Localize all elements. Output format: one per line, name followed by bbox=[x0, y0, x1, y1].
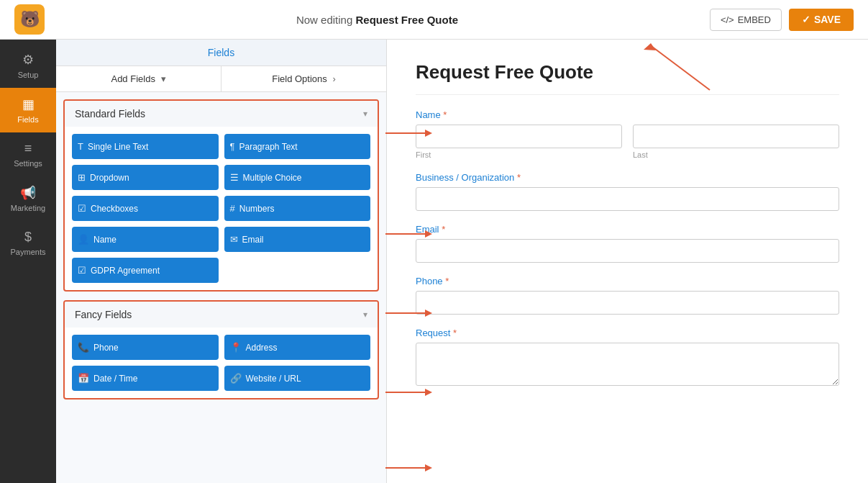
sidebar-item-payments[interactable]: $ Payments bbox=[0, 221, 56, 265]
fancy-chevron-icon: ▾ bbox=[363, 310, 367, 320]
form-field-phone: Phone * bbox=[416, 276, 839, 315]
fancy-fields-section: Fancy Fields ▾ 📞 Phone 📍 Address bbox=[63, 300, 379, 400]
form-field-email: Email * bbox=[416, 224, 839, 263]
website-icon: 🔗 bbox=[230, 373, 242, 384]
multiple-choice-icon: ☰ bbox=[230, 172, 239, 183]
field-btn-name[interactable]: 👤 Name bbox=[72, 227, 219, 252]
first-name-wrap: First bbox=[416, 125, 622, 159]
phone-icon: 📞 bbox=[78, 342, 89, 353]
logo-area: 🐻 bbox=[14, 4, 45, 35]
field-btn-address[interactable]: 📍 Address bbox=[224, 335, 371, 360]
name-icon: 👤 bbox=[78, 234, 89, 245]
fields-tabs: Add Fields ▾ Field Options › bbox=[56, 66, 386, 92]
dropdown-icon: ⊞ bbox=[78, 172, 86, 183]
content-area: Fields Add Fields ▾ Field Options › Stan… bbox=[56, 40, 868, 483]
embed-code-icon: </> bbox=[721, 14, 734, 25]
save-button[interactable]: ✓ SAVE bbox=[789, 9, 854, 31]
svg-marker-7 bbox=[425, 389, 432, 396]
header-actions: </> EMBED ✓ SAVE bbox=[710, 9, 854, 31]
field-btn-datetime[interactable]: 📅 Date / Time bbox=[72, 366, 219, 391]
fields-scroll[interactable]: Standard Fields ▾ T Single Line Text ¶ P… bbox=[56, 92, 386, 483]
svg-marker-1 bbox=[425, 130, 432, 137]
last-name-wrap: Last bbox=[633, 125, 839, 159]
email-input[interactable] bbox=[416, 239, 839, 263]
last-name-input[interactable] bbox=[633, 125, 839, 148]
name-fields-row: First Last bbox=[416, 125, 839, 159]
paragraph-text-icon: ¶ bbox=[230, 141, 235, 152]
email-label: Email * bbox=[416, 224, 839, 235]
field-btn-checkboxes[interactable]: ☑ Checkboxes bbox=[72, 196, 219, 221]
address-icon: 📍 bbox=[230, 342, 242, 353]
field-btn-gdpr[interactable]: ☑ GDPR Agreement bbox=[72, 258, 219, 283]
fields-panel-header: Fields bbox=[56, 40, 386, 66]
svg-marker-5 bbox=[425, 310, 432, 317]
svg-marker-9 bbox=[425, 464, 432, 471]
numbers-icon: # bbox=[230, 203, 235, 214]
gdpr-icon: ☑ bbox=[78, 265, 86, 276]
fancy-fields-grid: 📞 Phone 📍 Address 📅 Date / Time 🔗 bbox=[65, 328, 378, 398]
add-fields-arrow: ▾ bbox=[161, 73, 166, 84]
request-label: Request * bbox=[416, 328, 839, 338]
first-name-sublabel: First bbox=[416, 150, 622, 159]
setup-icon: ⚙ bbox=[22, 52, 34, 68]
main-layout: ⚙ Setup ▦ Fields ≡ Settings 📢 Marketing … bbox=[0, 40, 868, 483]
phone-input[interactable] bbox=[416, 291, 839, 315]
field-btn-numbers[interactable]: # Numbers bbox=[224, 196, 371, 221]
app-logo: 🐻 bbox=[14, 4, 45, 35]
form-field-request: Request * bbox=[416, 328, 839, 388]
form-field-name: Name * First Last bbox=[416, 109, 839, 159]
single-line-text-icon: T bbox=[78, 141, 83, 152]
business-input[interactable] bbox=[416, 187, 839, 211]
business-label: Business / Organization * bbox=[416, 172, 839, 183]
fields-icon: ▦ bbox=[22, 96, 35, 112]
field-btn-paragraph-text[interactable]: ¶ Paragraph Text bbox=[224, 134, 371, 159]
field-btn-dropdown[interactable]: ⊞ Dropdown bbox=[72, 165, 219, 190]
field-btn-single-line-text[interactable]: T Single Line Text bbox=[72, 134, 219, 159]
settings-icon: ≡ bbox=[24, 141, 32, 156]
form-field-business: Business / Organization * bbox=[416, 172, 839, 211]
request-textarea[interactable] bbox=[416, 343, 839, 386]
phone-label: Phone * bbox=[416, 276, 839, 286]
standard-fields-section: Standard Fields ▾ T Single Line Text ¶ P… bbox=[63, 99, 379, 292]
fields-panel: Fields Add Fields ▾ Field Options › Stan… bbox=[56, 40, 387, 483]
standard-fields-grid: T Single Line Text ¶ Paragraph Text ⊞ Dr… bbox=[65, 127, 378, 290]
sidebar-item-fields[interactable]: ▦ Fields bbox=[0, 88, 56, 132]
sidebar-item-setup[interactable]: ⚙ Setup bbox=[0, 43, 56, 88]
sidebar-item-settings[interactable]: ≡ Settings bbox=[0, 132, 56, 176]
datetime-icon: 📅 bbox=[78, 373, 89, 384]
form-title: Request Free Quote bbox=[416, 61, 839, 95]
marketing-icon: 📢 bbox=[20, 185, 36, 201]
last-name-sublabel: Last bbox=[633, 150, 839, 159]
red-arrows-svg bbox=[385, 40, 443, 483]
tab-add-fields[interactable]: Add Fields ▾ bbox=[56, 66, 221, 91]
sidebar-nav: ⚙ Setup ▦ Fields ≡ Settings 📢 Marketing … bbox=[0, 40, 56, 483]
standard-fields-header[interactable]: Standard Fields ▾ bbox=[65, 101, 378, 127]
first-name-input[interactable] bbox=[416, 125, 622, 148]
header-title: Now editing Request Free Quote bbox=[296, 14, 458, 26]
standard-chevron-icon: ▾ bbox=[363, 109, 367, 119]
svg-marker-3 bbox=[425, 230, 432, 238]
checkboxes-icon: ☑ bbox=[78, 203, 86, 214]
sidebar-item-marketing[interactable]: 📢 Marketing bbox=[0, 176, 56, 221]
tab-field-options[interactable]: Field Options › bbox=[221, 66, 386, 91]
field-btn-multiple-choice[interactable]: ☰ Multiple Choice bbox=[224, 165, 371, 190]
name-label: Name * bbox=[416, 109, 839, 120]
email-icon: ✉ bbox=[230, 234, 238, 245]
payments-icon: $ bbox=[24, 230, 32, 245]
field-btn-phone[interactable]: 📞 Phone bbox=[72, 335, 219, 360]
embed-button[interactable]: </> EMBED bbox=[710, 9, 782, 31]
field-options-arrow: › bbox=[332, 73, 335, 84]
checkmark-icon: ✓ bbox=[802, 14, 810, 25]
top-header: 🐻 Now editing Request Free Quote </> EMB… bbox=[0, 0, 868, 40]
fancy-fields-header[interactable]: Fancy Fields ▾ bbox=[65, 302, 378, 328]
field-btn-website[interactable]: 🔗 Website / URL bbox=[224, 366, 371, 391]
field-btn-email[interactable]: ✉ Email bbox=[224, 227, 371, 252]
form-preview: Request Free Quote Name * First Last bbox=[387, 40, 868, 483]
